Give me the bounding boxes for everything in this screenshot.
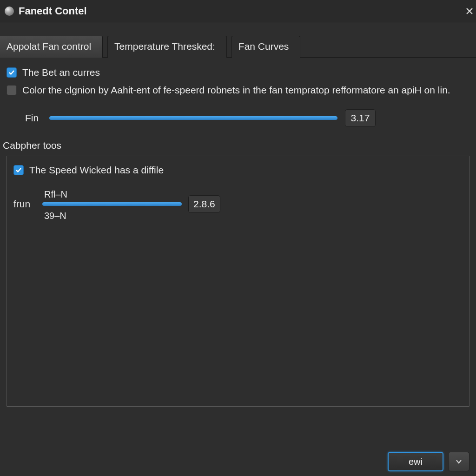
titlebar: Fanedt Contel	[0, 0, 476, 22]
slider-fin-fill	[49, 116, 337, 120]
slider-fin-track[interactable]	[49, 116, 337, 120]
option-row-bet-curres: The Bet an curres	[7, 66, 469, 79]
chevron-down-icon	[455, 457, 463, 466]
content-area: The Bet an curres Color the clgnion by A…	[0, 58, 476, 407]
checkbox-bet-curres[interactable]	[7, 67, 17, 78]
slider-frun-bottom-label: 39–N	[44, 211, 66, 221]
checkbox-color-clgnion-label: Color the clgnion by Aahit-ent of fe-spe…	[22, 84, 450, 97]
checkbox-speed-wicked[interactable]	[13, 165, 24, 175]
option-row-color-clgnion: Color the clgnion by Aahit-ent of fe-spe…	[7, 84, 469, 97]
window-title: Fanedt Contel	[19, 5, 87, 17]
tab-fan-curves[interactable]: Fan Curves	[231, 36, 301, 58]
panel-cabpher-toos: The Speed Wicked has a diffile frun Rfl–…	[7, 156, 469, 407]
slider-frun-track[interactable]	[42, 202, 182, 206]
slider-frun-row: frun Rfl–N 39–N 2.8.6	[13, 195, 463, 213]
slider-frun-mid: Rfl–N 39–N	[42, 202, 182, 206]
slider-fin-label: Fin	[25, 112, 42, 124]
slider-frun-label: frun	[13, 198, 36, 210]
slider-fin-row: Fin 3.17	[25, 109, 469, 127]
dropdown-button[interactable]	[448, 452, 469, 471]
checkbox-bet-curres-label: The Bet an curres	[22, 66, 100, 79]
slider-frun-value[interactable]: 2.8.6	[188, 195, 220, 213]
app-icon	[5, 7, 14, 16]
tab-bar: Appolat Fan control Temperature Thresked…	[0, 22, 476, 58]
slider-frun-top-label: Rfl–N	[44, 189, 67, 200]
section-cabpher-toos-label: Cabpher toos	[3, 140, 469, 151]
tab-temperature-thresked[interactable]: Temperature Thresked:	[107, 36, 227, 58]
checkbox-color-clgnion[interactable]	[7, 85, 17, 95]
slider-fin-value[interactable]: 3.17	[345, 109, 376, 127]
tab-appolat-fan-control[interactable]: Appolat Fan control	[0, 36, 103, 58]
ok-button[interactable]: ewi	[388, 452, 443, 471]
close-icon[interactable]	[463, 0, 476, 22]
footer: ewi	[0, 452, 476, 471]
slider-frun-fill	[42, 202, 182, 206]
panel-check-row: The Speed Wicked has a diffile	[13, 164, 463, 177]
checkbox-speed-wicked-label: The Speed Wicked has a diffile	[29, 164, 164, 177]
